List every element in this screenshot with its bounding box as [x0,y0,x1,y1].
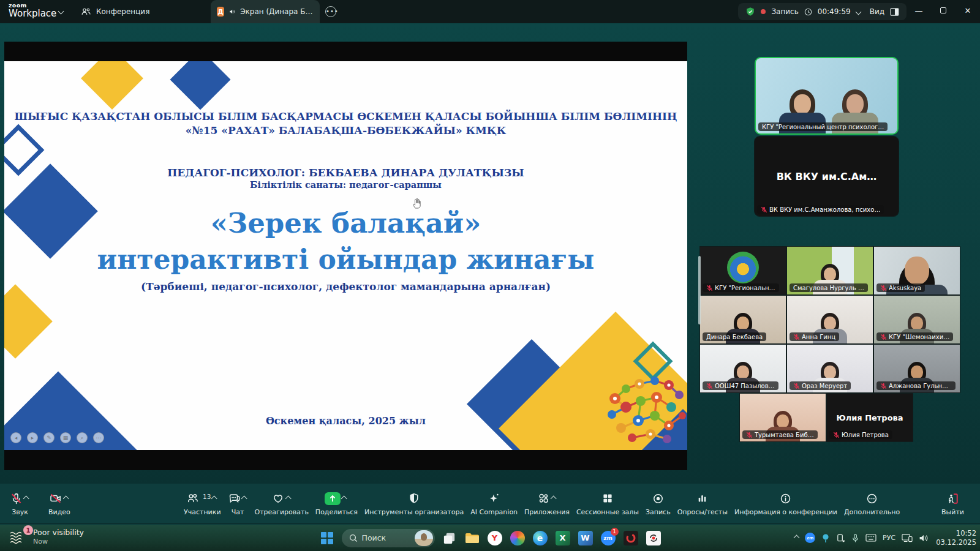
chat-chevron-icon[interactable] [241,495,247,501]
participant-video-tile[interactable]: Смагулова Нургуль … [787,247,873,294]
minimize-button[interactable]: — [907,0,931,21]
taskbar-favorit-icon[interactable] [646,530,662,546]
zoom-workplace-logo[interactable]: zoom Workplace [9,2,56,18]
slide-title-line2: интерактивті ойындар жинағы [4,244,687,275]
participant-video-tile[interactable]: ООШ47 Пазылов… [700,345,786,392]
taskbar-explorer-icon[interactable] [464,530,480,546]
taskbar-search-box[interactable]: Поиск [342,530,435,546]
muted-mic-icon [833,432,840,438]
participant-video-tile[interactable]: Aksuskaya [874,247,960,294]
muted-mic-icon [761,206,767,213]
toolbar-participants-button[interactable]: 13Участники [184,491,221,516]
participant-video-tile[interactable]: Динара Бекбаева [700,296,786,343]
participant-display-name: ВК ВКУ им.С.Ам… [755,137,899,216]
tray-mic-icon[interactable] [851,533,859,543]
toolbar-react-button[interactable]: Отреагировать [255,491,309,516]
share-chevron-icon[interactable] [341,495,347,501]
participant-video-tile[interactable]: Юлия ПетроваЮлия Петрова [827,394,913,441]
next-slide-icon: ▸ [27,432,38,443]
slide-author-line: ПЕДАГОГ-ПСИХОЛОГ: БЕКБАЕВА ДИНАРА ДУЛАТҚ… [4,167,687,179]
toolbar-share-button[interactable]: Поделиться [315,491,358,516]
toolbar-polls-button[interactable]: Опросы/тесты [677,491,728,516]
tray-speaker-icon[interactable] [919,534,929,542]
titlebar: zoom Workplace Конференция Д Экран (Дина… [0,0,980,23]
participants-scrollbar[interactable] [698,256,701,324]
participant-video-tile[interactable]: Алжанова Гульна… [874,345,960,392]
people-icon [81,7,91,16]
pen-icon: ✎ [43,432,55,443]
tray-cast-icon[interactable] [902,533,913,542]
taskbar-yandex-icon[interactable]: Y [487,530,503,546]
toolbar-more-button[interactable]: Дополнительно [844,491,900,516]
participant-name-label: Алжанова Гульна… [876,381,956,390]
featured-text-tile[interactable]: ВК ВКУ им.С.Ам…ВК ВКУ им.С.Аманжолова, п… [755,137,899,216]
titlebar-status-group: Запись 00:49:59 Вид [738,3,907,20]
toolbar-audio-button[interactable]: Звук [10,491,30,516]
tray-expand-icon[interactable] [794,536,799,540]
view-label[interactable]: Вид [870,7,884,16]
apps-chevron-icon[interactable] [550,495,556,501]
zoom-toolbar: ЗвукВидео 13УчастникиЧатОтреагироватьПод… [0,484,980,524]
participant-video-tile[interactable]: Турымтаева Биб… [740,394,826,441]
timer-chevron-icon[interactable] [855,9,861,15]
toolbar-leave-button[interactable]: Выйти [941,491,964,516]
search-daily-image [415,530,433,546]
audio-chevron-icon[interactable] [23,495,29,501]
brain-network-graphic [601,370,687,450]
toolbar-video-button[interactable]: Видео [48,491,70,516]
participants-chevron-icon[interactable] [211,495,217,501]
toolbar-ai-companion-button[interactable]: AI Companion [470,491,518,516]
close-button[interactable]: ✕ [956,0,980,21]
tray-time: 10:52 [936,529,976,538]
participant-name-label: КГУ "Региональн… [703,283,779,292]
prev-slide-icon: ◂ [10,432,21,443]
zoom-badge: 1 [611,528,619,536]
zoom-window: zoom Workplace Конференция Д Экран (Дина… [0,0,980,551]
meeting-timer: 00:49:59 [818,7,851,16]
participant-video-tile[interactable]: Анна Гинц [787,296,873,343]
toolbar-host-tools-button[interactable]: Инструменты организатора [364,491,464,516]
taskbar-excel-icon[interactable]: X [555,530,571,546]
slideshow-controls: ◂ ▸ ✎ ▦ ⌕ ⋯ [10,432,104,443]
taskbar-start-icon[interactable] [319,530,335,546]
slide-org-line2: «№15 «РАХАТ» БАЛАБАҚША-БӨБЕКЖАЙЫ» КМҚК [4,124,687,137]
taskbar-word-icon[interactable]: W [578,530,594,546]
windows-taskbar: 1 Poor visibility Now ПоискYeXWzm1 zmРУС… [0,525,980,551]
participant-video-tile[interactable]: КГУ "Шемонаихи… [874,296,960,343]
toolbar-breakout-button[interactable]: Сессионные залы [576,491,639,516]
muted-mic-icon [880,285,887,291]
taskbar-copilot-icon[interactable] [510,530,526,546]
view-grid-icon[interactable] [890,8,899,16]
meeting-main-area: ШЫҒЫС ҚАЗАҚСТАН ОБЛЫСЫ БІЛІМ БАСҚАРМАСЫ … [0,23,980,484]
tray-keyboard-icon[interactable] [865,534,876,542]
maximize-button[interactable] [931,0,956,21]
taskbar-taskview-icon[interactable] [442,530,458,546]
tab-screen-share[interactable]: Д Экран (Динара Бекбаева) [211,0,320,23]
react-chevron-icon[interactable] [285,495,291,501]
toolbar-chat-button[interactable]: Чат [228,491,248,516]
taskbar-zoom-app-icon[interactable]: zm1 [600,530,616,546]
tray-clock[interactable]: 10:5203.12.2025 [936,529,976,547]
taskbar-edge-icon[interactable]: e [532,530,548,546]
video-chevron-icon[interactable] [63,495,69,501]
participant-video-tile[interactable]: КГУ "Региональн… [700,247,786,294]
participant-name-label: Турымтаева Биб… [742,430,818,439]
security-shield-icon[interactable] [745,7,755,17]
muted-mic-icon [706,383,713,389]
active-speaker-tile[interactable]: КГУ "Региональный центр психолог… [755,57,899,135]
tray-pin-icon[interactable] [821,533,830,543]
participant-video-tile[interactable]: Ораз Меруерт [787,345,873,392]
tab-options-icon[interactable]: ••• [325,6,336,17]
tray-language[interactable]: РУС [883,534,895,542]
tab-meeting-label: Конференция [96,7,149,16]
toolbar-record-button[interactable]: Запись [646,491,671,516]
tray-usb-icon[interactable] [836,533,845,543]
tab-meeting[interactable]: Конференция [81,0,149,23]
taskbar-media-player-icon[interactable] [623,530,639,546]
toolbar-apps-button[interactable]: Приложения [524,491,570,516]
brand-chevron-icon[interactable] [58,9,64,15]
toolbar-info-button[interactable]: Информация о конференции [734,491,837,516]
participant-name-label: Ораз Меруерт [790,381,851,390]
participant-name-label: Юлия Петрова [829,430,892,439]
tray-zoom-icon[interactable]: zm [805,533,815,543]
